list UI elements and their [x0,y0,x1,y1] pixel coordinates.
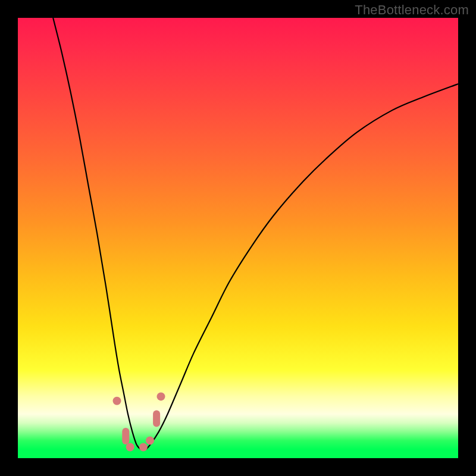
curve-path [53,18,458,450]
curve-markers [113,392,165,451]
marker-dot [126,443,134,452]
bottleneck-curve [18,18,458,458]
watermark-text: TheBottleneck.com [355,2,469,18]
bottleneck-plot [18,18,458,458]
marker-dot [157,392,165,400]
marker-dot [146,436,154,444]
marker-capsule [153,410,160,427]
marker-capsule [122,428,129,444]
marker-dot [139,443,148,452]
marker-dot [113,397,121,405]
